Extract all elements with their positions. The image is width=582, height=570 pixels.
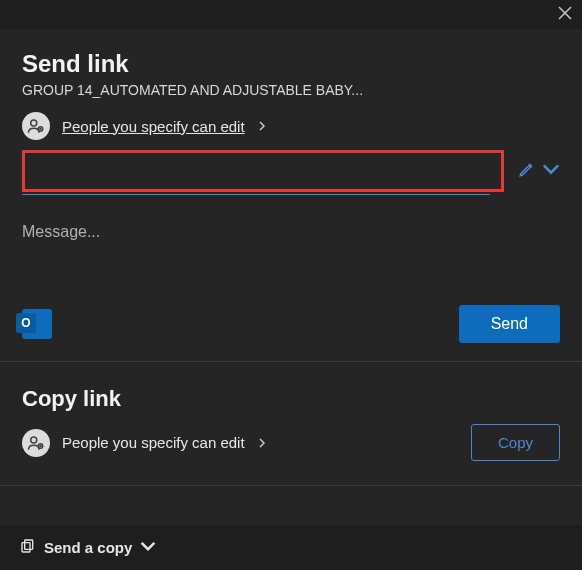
close-icon[interactable] xyxy=(558,6,576,24)
chevron-down-icon xyxy=(140,538,156,557)
chevron-right-icon xyxy=(257,438,267,448)
outlook-letter: O xyxy=(16,313,36,333)
svg-rect-10 xyxy=(25,540,33,549)
recipients-input[interactable] xyxy=(22,150,504,192)
share-dialog: Send link GROUP 14_AUTOMATED AND ADJUSTA… xyxy=(0,0,582,570)
send-link-section: Send link GROUP 14_AUTOMATED AND ADJUSTA… xyxy=(0,30,582,361)
chevron-down-icon xyxy=(542,160,560,182)
people-icon xyxy=(22,429,50,457)
input-underline xyxy=(22,194,490,195)
chevron-right-icon xyxy=(257,121,267,131)
copy-permission-label: People you specify can edit xyxy=(62,434,245,451)
file-name: GROUP 14_AUTOMATED AND ADJUSTABLE BABY..… xyxy=(22,82,560,98)
dialog-title: Send link xyxy=(22,50,560,78)
pencil-icon xyxy=(518,160,536,182)
send-a-copy-dropdown[interactable]: Send a copy xyxy=(20,538,156,557)
copy-file-icon xyxy=(20,538,36,557)
message-input[interactable] xyxy=(22,223,560,241)
svg-point-6 xyxy=(31,437,37,443)
svg-point-2 xyxy=(31,120,37,126)
svg-rect-11 xyxy=(22,543,30,552)
copy-link-title: Copy link xyxy=(22,386,560,412)
copy-link-section: Copy link People you specify can edit xyxy=(0,362,582,485)
edit-permission-dropdown[interactable] xyxy=(518,160,560,182)
copy-row: People you specify can edit Copy xyxy=(22,424,560,461)
permission-selector[interactable]: People you specify can edit xyxy=(22,112,560,140)
copy-permission-selector[interactable]: People you specify can edit xyxy=(22,429,267,457)
dialog-topbar xyxy=(0,0,582,30)
outlook-icon[interactable]: O xyxy=(22,309,52,339)
send-button[interactable]: Send xyxy=(459,305,560,343)
copy-button[interactable]: Copy xyxy=(471,424,560,461)
send-a-copy-label: Send a copy xyxy=(44,539,132,556)
recipients-row xyxy=(22,150,560,192)
send-row: O Send xyxy=(22,305,560,343)
dialog-footer: Send a copy xyxy=(0,525,582,570)
divider xyxy=(0,485,582,486)
permission-label: People you specify can edit xyxy=(62,118,245,135)
people-icon xyxy=(22,112,50,140)
